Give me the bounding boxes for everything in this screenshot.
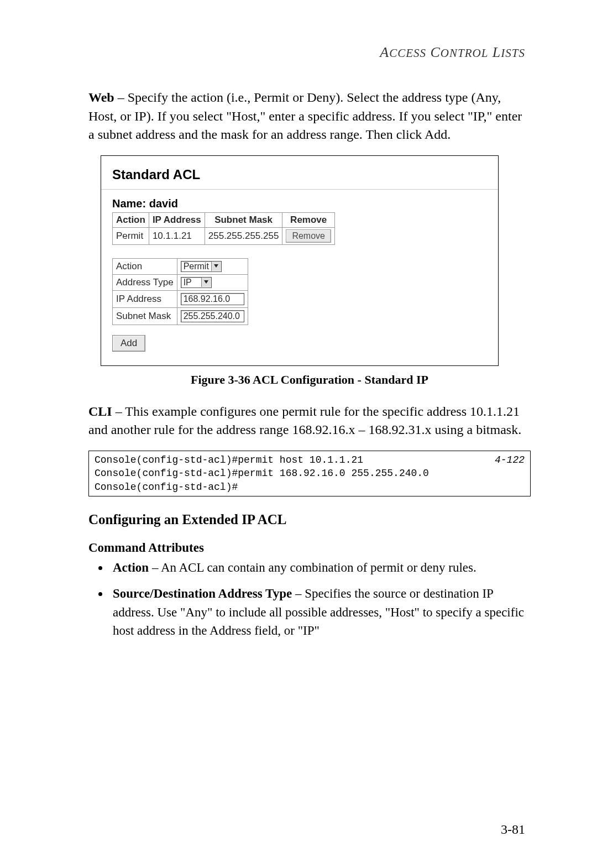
mask-input[interactable]: 255.255.240.0 — [181, 310, 244, 322]
acl-name-value: david — [149, 197, 178, 210]
bullet-lead: Source/Destination Address Type — [113, 587, 292, 600]
cli-lead: CLI — [88, 404, 112, 419]
cell-remove: Remove — [282, 227, 335, 244]
acl-name-label: Name: — [112, 197, 149, 210]
form-ip-cell: 168.92.16.0 — [177, 290, 248, 307]
web-paragraph: Web – Specify the action (i.e., Permit o… — [88, 88, 531, 144]
web-lead: Web — [88, 90, 114, 104]
page-number: 3-81 — [501, 822, 525, 837]
section-heading: Configuring an Extended IP ACL — [88, 512, 531, 527]
form-action-label: Action — [113, 258, 177, 274]
table-header-row: Action IP Address Subnet Mask Remove — [113, 212, 335, 227]
chevron-down-icon — [211, 262, 221, 271]
form-action-cell: Permit — [177, 258, 248, 274]
col-mask: Subnet Mask — [205, 212, 282, 227]
address-type-select-value: IP — [184, 278, 192, 287]
subsection-heading: Command Attributes — [88, 541, 531, 555]
add-button[interactable]: Add — [112, 335, 145, 352]
col-ip: IP Address — [149, 212, 205, 227]
web-text: – Specify the action (i.e., Permit or De… — [88, 90, 522, 142]
list-item: Source/Destination Address Type – Specif… — [109, 584, 531, 640]
acl-entries-table: Action IP Address Subnet Mask Remove Per… — [112, 212, 335, 245]
cell-action: Permit — [113, 227, 149, 244]
ip-input[interactable]: 168.92.16.0 — [181, 293, 244, 305]
form-address-type-label: Address Type — [113, 274, 177, 290]
cli-line3: Console(config-std-acl)# — [95, 482, 238, 493]
page-header: ACCESS CONTROL LISTS — [88, 44, 531, 61]
cli-line1: Console(config-std-acl)#permit host 10.1… — [95, 454, 363, 466]
cli-text: – This example configures one permit rul… — [88, 404, 521, 437]
figure-caption: Figure 3-36 ACL Configuration - Standard… — [88, 373, 531, 387]
action-select-value: Permit — [184, 262, 209, 271]
remove-button[interactable]: Remove — [286, 229, 331, 243]
acl-name-field: Name: david — [112, 197, 487, 210]
address-type-select[interactable]: IP — [181, 277, 212, 288]
table-row: Permit 10.1.1.21 255.255.255.255 Remove — [113, 227, 335, 244]
cell-ip: 10.1.1.21 — [149, 227, 205, 244]
cell-mask: 255.255.255.255 — [205, 227, 282, 244]
form-mask-cell: 255.255.240.0 — [177, 307, 248, 325]
bullet-lead: Action — [113, 561, 149, 574]
cli-example: Console(config-std-acl)#permit host 10.1… — [88, 451, 531, 496]
standard-acl-panel: Standard ACL Name: david Action IP Addre… — [101, 155, 499, 366]
acl-form: Action Permit Address Type IP — [112, 258, 248, 325]
col-remove: Remove — [282, 212, 335, 227]
panel-title: Standard ACL — [112, 167, 487, 182]
command-attributes-list: Action – An ACL can contain any combinat… — [88, 558, 531, 640]
panel-divider — [101, 189, 498, 190]
col-action: Action — [113, 212, 149, 227]
form-ip-label: IP Address — [113, 290, 177, 307]
list-item: Action – An ACL can contain any combinat… — [109, 558, 531, 577]
action-select[interactable]: Permit — [181, 261, 222, 272]
form-address-type-cell: IP — [177, 274, 248, 290]
form-mask-label: Subnet Mask — [113, 307, 177, 325]
chevron-down-icon — [201, 278, 211, 287]
cli-line2: Console(config-std-acl)#permit 168.92.16… — [95, 468, 429, 479]
cli-ref: 4-122 — [495, 453, 525, 467]
cli-paragraph: CLI – This example configures one permit… — [88, 402, 531, 440]
header-title: ACCESS CONTROL LISTS — [380, 44, 525, 60]
bullet-rest: – An ACL can contain any combination of … — [149, 561, 476, 574]
